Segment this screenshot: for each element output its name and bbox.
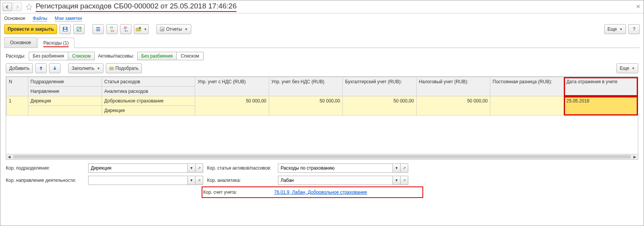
- help-icon: ?: [633, 26, 636, 32]
- section-link-notes[interactable]: Мои заметки: [55, 16, 82, 21]
- table-row[interactable]: 1 Дирекция Добровольное страхование 50 0…: [7, 96, 638, 106]
- fill-button[interactable]: Заполнить▼: [68, 63, 104, 73]
- open-ref-button[interactable]: ↗: [196, 176, 203, 185]
- corr-article-field[interactable]: ▼ ↗: [278, 163, 408, 173]
- filter-expenses-label: Расходы:: [6, 53, 26, 59]
- save-button[interactable]: [59, 24, 71, 34]
- corr-analytics-field[interactable]: ▼ ↗: [278, 176, 408, 185]
- more-button[interactable]: Еще▼: [604, 24, 626, 34]
- fill-label: Заполнить: [72, 66, 94, 71]
- corr-account-link[interactable]: 76.01.9, Лабан, Добровольное страхование: [274, 190, 367, 195]
- svg-rect-1: [64, 30, 67, 31]
- folder-plus-icon: [136, 26, 141, 32]
- cell-article[interactable]: Добровольное страхование: [102, 96, 195, 106]
- dropdown-button[interactable]: ▼: [393, 176, 401, 185]
- tab-expenses[interactable]: Расходы (1): [38, 38, 74, 48]
- nav-back-button[interactable]: [3, 3, 12, 11]
- post-icon: [76, 26, 82, 32]
- pick-button[interactable]: Подобрать: [106, 63, 142, 73]
- cell-direction[interactable]: [28, 106, 102, 115]
- col-tax[interactable]: Налоговый учет (RUB):: [416, 77, 490, 96]
- tab-main[interactable]: Основное: [4, 37, 37, 48]
- col-direction[interactable]: Направление: [28, 87, 102, 96]
- arrow-down-icon: [53, 66, 57, 71]
- corr-article-input[interactable]: [278, 163, 393, 173]
- horizontal-scrollbar[interactable]: ◄ ►: [6, 154, 638, 159]
- open-ref-button[interactable]: ↗: [196, 163, 203, 173]
- scroll-left-icon[interactable]: ◄: [6, 154, 12, 160]
- svg-point-8: [139, 27, 141, 29]
- caret-down-icon: ▼: [97, 67, 100, 70]
- move-up-button[interactable]: [35, 63, 47, 73]
- expenses-list-button[interactable]: Списком: [68, 52, 95, 60]
- cell-analytics[interactable]: Дирекция: [102, 106, 195, 115]
- svg-rect-6: [96, 30, 100, 31]
- svg-rect-5: [96, 29, 100, 30]
- save-icon: [62, 26, 68, 32]
- section-link-files[interactable]: Файлы: [33, 16, 47, 21]
- assets-list-button[interactable]: Списком: [177, 52, 203, 60]
- expenses-nosplit-button[interactable]: Без разбиения: [29, 52, 69, 60]
- col-acc[interactable]: Бухгалтерский учет (RUB):: [343, 77, 416, 96]
- cell-tax[interactable]: 50 000,00: [416, 96, 490, 115]
- svg-rect-2: [64, 27, 66, 29]
- assets-nosplit-button[interactable]: Без разбиения: [137, 52, 177, 60]
- cell-acc[interactable]: 50 000,00: [343, 96, 416, 115]
- post-and-close-button[interactable]: Провести и закрыть: [4, 24, 57, 34]
- dropdown-button[interactable]: ▼: [188, 176, 196, 185]
- cell-mgmt-novat[interactable]: 50 000,00: [269, 96, 342, 115]
- dropdown-button[interactable]: ▼: [188, 163, 196, 173]
- col-n[interactable]: N: [7, 77, 28, 96]
- col-subdivision[interactable]: Подразделение: [28, 77, 102, 87]
- col-date[interactable]: Дата отражения в учете: [564, 77, 638, 96]
- move-down-button[interactable]: [49, 63, 61, 73]
- close-button[interactable]: ✕: [636, 3, 641, 10]
- tab-expenses-label: Расходы (1): [43, 40, 69, 47]
- debit-credit-button[interactable]: Dr Cr: [106, 24, 118, 34]
- dropdown-button[interactable]: ▼: [393, 163, 401, 173]
- col-mgmt-novat[interactable]: Упр. учет без НДС (RUB): [269, 77, 342, 96]
- corr-analytics-input[interactable]: [278, 176, 393, 185]
- caret-down-icon: ▼: [619, 28, 623, 31]
- corr-subdivision-label: Кор. подразделение:: [6, 165, 88, 171]
- corr-direction-label: Кор. направление деятельности:: [6, 178, 88, 183]
- table-empty-area[interactable]: [6, 115, 638, 154]
- open-ref-button[interactable]: ↗: [401, 163, 408, 173]
- caret-down-icon: ▼: [632, 67, 635, 70]
- reports-button[interactable]: Отчеты▼: [156, 24, 191, 34]
- corr-subdivision-input[interactable]: [88, 163, 188, 173]
- cell-date[interactable]: 25.05.2018: [564, 96, 638, 115]
- add-row-button[interactable]: Добавить: [6, 63, 33, 73]
- help-button[interactable]: ?: [628, 24, 640, 34]
- svg-rect-4: [96, 27, 100, 28]
- create-based-on-button[interactable]: ▼: [134, 24, 149, 34]
- dt-kt-button[interactable]: Дт Кт: [120, 24, 131, 34]
- post-and-close-label: Провести и закрыть: [8, 26, 54, 32]
- corr-direction-input[interactable]: [88, 176, 188, 185]
- col-mgmt-vat[interactable]: Упр. учет с НДС (RUB): [195, 77, 269, 96]
- expenses-table: N Подразделение Статья расходов Упр. уче…: [6, 76, 638, 160]
- favorite-star-icon[interactable]: [26, 3, 33, 10]
- open-ref-button[interactable]: ↗: [401, 176, 408, 185]
- scroll-right-icon[interactable]: ►: [632, 154, 638, 160]
- section-link-main[interactable]: Основное: [4, 16, 25, 21]
- corr-direction-field[interactable]: ▼ ↗: [88, 176, 203, 185]
- cell-mgmt-vat[interactable]: 50 000,00: [195, 96, 269, 115]
- col-perm-diff[interactable]: Постоянная разница (RUB):: [490, 77, 564, 96]
- cell-perm-diff[interactable]: [490, 96, 564, 115]
- svg-rect-10: [161, 29, 162, 31]
- filter-assets-label: Активы/пассивы:: [98, 53, 134, 59]
- post-button[interactable]: [73, 24, 85, 34]
- scroll-thumb[interactable]: [13, 155, 631, 158]
- folder-icon: [109, 66, 114, 71]
- arrow-up-icon: [39, 66, 43, 71]
- table-more-button[interactable]: Еще▼: [616, 63, 638, 73]
- arrow-right-icon: [15, 5, 19, 9]
- svg-rect-12: [110, 67, 113, 70]
- structure-button[interactable]: [92, 24, 104, 34]
- col-analytics[interactable]: Аналитика расходов: [102, 87, 195, 96]
- corr-subdivision-field[interactable]: ▼ ↗: [88, 163, 203, 173]
- cell-subdivision[interactable]: Дирекция: [28, 96, 102, 106]
- svg-rect-9: [160, 27, 164, 31]
- col-article[interactable]: Статья расходов: [102, 77, 195, 87]
